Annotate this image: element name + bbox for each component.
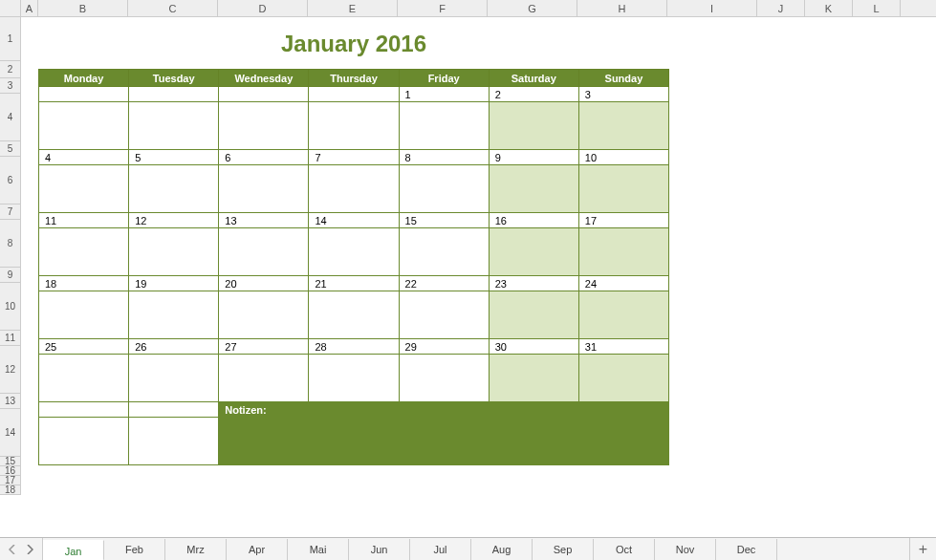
notes-body-cell[interactable] <box>219 418 669 465</box>
day-body-cell[interactable] <box>489 102 578 150</box>
row-header[interactable]: 8 <box>0 220 20 268</box>
day-body-cell[interactable] <box>309 102 399 150</box>
day-body-cell[interactable] <box>219 165 309 213</box>
day-number-cell[interactable] <box>129 87 219 102</box>
day-body-cell[interactable] <box>399 102 489 150</box>
day-number-cell[interactable]: 18 <box>39 276 129 291</box>
day-number-cell[interactable] <box>219 87 309 102</box>
day-body-cell[interactable] <box>39 291 129 339</box>
day-body-cell[interactable] <box>129 228 219 276</box>
column-header[interactable]: A <box>21 0 38 16</box>
day-number-cell[interactable]: 7 <box>309 150 399 165</box>
day-body-cell[interactable] <box>219 102 309 150</box>
day-number-cell[interactable]: 11 <box>39 213 129 228</box>
day-number-cell[interactable]: 19 <box>129 276 219 291</box>
day-body-cell[interactable] <box>129 291 219 339</box>
add-sheet-button[interactable]: + <box>909 538 936 560</box>
sheet-tab[interactable]: Jan <box>43 540 104 560</box>
column-header[interactable]: F <box>398 0 488 16</box>
day-number-cell[interactable]: 3 <box>578 87 668 102</box>
sheet-tab[interactable]: Jun <box>349 539 410 560</box>
day-number-cell[interactable] <box>39 87 129 102</box>
day-number-cell[interactable]: 13 <box>219 213 309 228</box>
column-header[interactable]: C <box>128 0 218 16</box>
sheet-tab[interactable]: Nov <box>655 539 716 560</box>
row-header[interactable]: 5 <box>0 141 20 157</box>
day-body-cell[interactable] <box>399 165 489 213</box>
day-number-cell[interactable]: 28 <box>309 339 399 355</box>
day-number-cell[interactable]: 20 <box>219 276 309 291</box>
day-number-cell[interactable]: 1 <box>399 87 489 102</box>
day-number-cell[interactable]: 6 <box>219 150 309 165</box>
column-header[interactable]: G <box>488 0 577 16</box>
column-header[interactable]: J <box>757 0 805 16</box>
sheet-tab[interactable]: Mrz <box>165 539 227 560</box>
day-body-cell[interactable] <box>39 165 129 213</box>
day-body-cell[interactable] <box>39 102 129 150</box>
empty-day-number-cell[interactable] <box>129 402 219 418</box>
day-body-cell[interactable] <box>219 291 309 339</box>
day-number-cell[interactable]: 12 <box>129 213 219 228</box>
day-body-cell[interactable] <box>399 291 489 339</box>
column-header[interactable]: L <box>853 0 901 16</box>
day-body-cell[interactable] <box>578 165 668 213</box>
day-number-cell[interactable]: 30 <box>489 339 578 355</box>
day-body-cell[interactable] <box>309 355 399 402</box>
column-header[interactable]: D <box>218 0 308 16</box>
day-body-cell[interactable] <box>309 228 399 276</box>
row-header[interactable]: 2 <box>0 61 20 78</box>
day-number-cell[interactable]: 25 <box>39 339 129 355</box>
sheet-tab[interactable]: Dec <box>716 539 777 560</box>
day-number-cell[interactable]: 16 <box>489 213 578 228</box>
empty-day-body-cell[interactable] <box>129 418 219 465</box>
row-header[interactable]: 11 <box>0 331 20 346</box>
row-header[interactable]: 7 <box>0 205 20 220</box>
day-body-cell[interactable] <box>399 228 489 276</box>
day-number-cell[interactable]: 8 <box>399 150 489 165</box>
day-body-cell[interactable] <box>578 355 668 402</box>
tab-nav-next-icon[interactable] <box>23 543 36 556</box>
day-number-cell[interactable]: 21 <box>309 276 399 291</box>
sheet-tab[interactable]: Feb <box>104 539 165 560</box>
column-header[interactable]: H <box>577 0 667 16</box>
day-number-cell[interactable]: 24 <box>578 276 668 291</box>
day-body-cell[interactable] <box>219 355 309 402</box>
day-number-cell[interactable]: 17 <box>578 213 668 228</box>
row-header[interactable]: 18 <box>0 485 20 495</box>
day-body-cell[interactable] <box>489 355 578 402</box>
day-number-cell[interactable]: 2 <box>489 87 578 102</box>
day-body-cell[interactable] <box>39 355 129 402</box>
sheet-tab[interactable]: Jul <box>410 539 471 560</box>
row-header[interactable]: 9 <box>0 268 20 283</box>
row-header[interactable]: 3 <box>0 78 20 94</box>
day-number-cell[interactable]: 9 <box>489 150 578 165</box>
sheet-tab[interactable]: Oct <box>594 539 655 560</box>
day-number-cell[interactable]: 15 <box>399 213 489 228</box>
row-header[interactable]: 14 <box>0 409 20 457</box>
day-number-cell[interactable]: 22 <box>399 276 489 291</box>
column-header[interactable]: K <box>805 0 853 16</box>
column-header[interactable]: B <box>38 0 128 16</box>
day-body-cell[interactable] <box>489 291 578 339</box>
day-number-cell[interactable]: 29 <box>399 339 489 355</box>
column-header[interactable]: I <box>667 0 757 16</box>
sheet-tab[interactable]: Apr <box>227 539 288 560</box>
day-body-cell[interactable] <box>578 102 668 150</box>
column-header[interactable]: E <box>308 0 398 16</box>
sheet-tab[interactable]: Mai <box>288 539 349 560</box>
sheet-tab[interactable]: Sep <box>533 539 594 560</box>
day-body-cell[interactable] <box>399 355 489 402</box>
day-body-cell[interactable] <box>489 165 578 213</box>
notes-header-cell[interactable]: Notizen: <box>219 402 669 418</box>
day-body-cell[interactable] <box>578 228 668 276</box>
day-body-cell[interactable] <box>129 102 219 150</box>
row-header[interactable]: 10 <box>0 283 20 331</box>
day-body-cell[interactable] <box>489 228 578 276</box>
row-header[interactable]: 4 <box>0 94 20 141</box>
day-body-cell[interactable] <box>39 228 129 276</box>
day-number-cell[interactable] <box>309 87 399 102</box>
day-number-cell[interactable]: 10 <box>578 150 668 165</box>
empty-day-body-cell[interactable] <box>39 418 129 465</box>
day-number-cell[interactable]: 26 <box>129 339 219 355</box>
day-body-cell[interactable] <box>129 355 219 402</box>
